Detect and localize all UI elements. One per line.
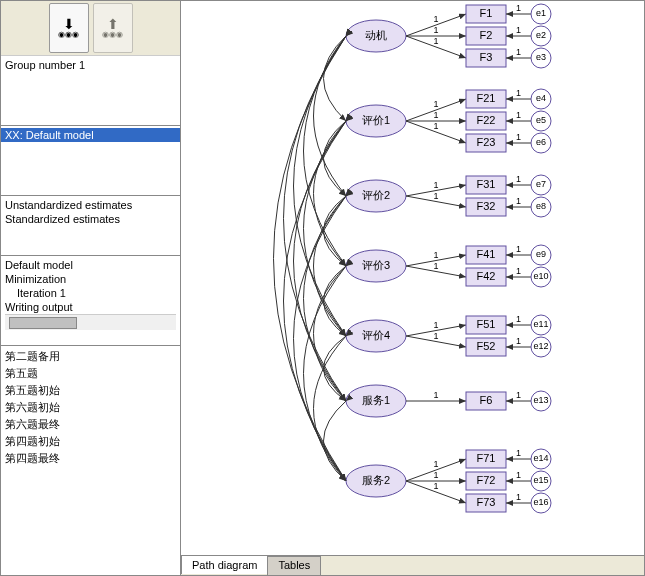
left-pane: ⬇◉◉◉ ⬆◉◉◉ Group number 1 XX: Default mod… bbox=[1, 1, 181, 575]
toolbar-icons: ⬇◉◉◉ ⬆◉◉◉ bbox=[1, 1, 180, 56]
output-line: Iteration 1 bbox=[5, 286, 176, 300]
coef-label: 1 bbox=[516, 336, 521, 346]
coef-label: 1 bbox=[433, 99, 438, 109]
covariance-curve[interactable] bbox=[324, 196, 347, 266]
output-panel: Default model Minimization Iteration 1 W… bbox=[1, 256, 180, 346]
error-label: e9 bbox=[536, 249, 546, 259]
coef-label: 1 bbox=[516, 47, 521, 57]
output-line: Minimization bbox=[5, 272, 176, 286]
standardized-option[interactable]: Standardized estimates bbox=[5, 212, 176, 226]
file-item[interactable]: 第二题备用 bbox=[5, 348, 176, 365]
coef-label: 1 bbox=[516, 448, 521, 458]
error-label: e15 bbox=[533, 475, 548, 485]
covariance-curve[interactable] bbox=[324, 36, 347, 121]
error-label: e7 bbox=[536, 179, 546, 189]
file-item[interactable]: 第四题最终 bbox=[5, 450, 176, 467]
file-item[interactable]: 第四题初始 bbox=[5, 433, 176, 450]
tab-path-diagram[interactable]: Path diagram bbox=[181, 555, 268, 574]
coef-label: 1 bbox=[516, 110, 521, 120]
latent-label: 服务2 bbox=[362, 474, 390, 486]
right-pane: 动机1F11e11F21e21F31e3评价11F211e41F221e51F2… bbox=[181, 1, 644, 575]
observed-label: F71 bbox=[477, 452, 496, 464]
coef-label: 1 bbox=[433, 261, 438, 271]
file-item[interactable]: 第五题初始 bbox=[5, 382, 176, 399]
covariance-curve[interactable] bbox=[314, 121, 347, 266]
latent-label: 动机 bbox=[365, 29, 387, 41]
covariance-curve[interactable] bbox=[324, 401, 347, 481]
output-line: Writing output bbox=[5, 300, 176, 314]
coef-label: 1 bbox=[433, 320, 438, 330]
group-panel[interactable]: Group number 1 bbox=[1, 56, 180, 126]
observed-label: F52 bbox=[477, 340, 496, 352]
latent-label: 评价4 bbox=[362, 329, 390, 341]
covariance-curve[interactable] bbox=[294, 196, 347, 481]
covariance-curve[interactable] bbox=[314, 196, 347, 336]
path-diagram-canvas[interactable]: 动机1F11e11F21e21F31e3评价11F211e41F221e51F2… bbox=[181, 1, 644, 555]
covariance-curve[interactable] bbox=[324, 336, 347, 401]
error-label: e8 bbox=[536, 201, 546, 211]
input-path-diagram-button[interactable]: ⬇◉◉◉ bbox=[49, 3, 89, 53]
covariance-curve[interactable] bbox=[324, 121, 347, 196]
observed-label: F21 bbox=[477, 92, 496, 104]
coef-label: 1 bbox=[433, 470, 438, 480]
coef-label: 1 bbox=[433, 25, 438, 35]
observed-label: F51 bbox=[477, 318, 496, 330]
bottom-tabs: Path diagram Tables bbox=[181, 555, 644, 575]
latent-label: 评价1 bbox=[362, 114, 390, 126]
coef-label: 1 bbox=[433, 191, 438, 201]
observed-label: F1 bbox=[480, 7, 493, 19]
tab-tables[interactable]: Tables bbox=[267, 556, 321, 575]
file-item[interactable]: 第五题 bbox=[5, 365, 176, 382]
observed-label: F31 bbox=[477, 178, 496, 190]
coef-label: 1 bbox=[516, 88, 521, 98]
coef-label: 1 bbox=[516, 3, 521, 13]
covariance-curve[interactable] bbox=[324, 266, 347, 336]
output-path-diagram-button[interactable]: ⬆◉◉◉ bbox=[93, 3, 133, 53]
error-label: e4 bbox=[536, 93, 546, 103]
latent-label: 服务1 bbox=[362, 394, 390, 406]
error-label: e11 bbox=[533, 319, 548, 329]
coef-label: 1 bbox=[516, 25, 521, 35]
observed-label: F72 bbox=[477, 474, 496, 486]
unstandardized-option[interactable]: Unstandardized estimates bbox=[5, 198, 176, 212]
coef-label: 1 bbox=[516, 390, 521, 400]
coef-label: 1 bbox=[433, 481, 438, 491]
output-line: Default model bbox=[5, 258, 176, 272]
error-label: e14 bbox=[533, 453, 548, 463]
file-item[interactable]: 第六题初始 bbox=[5, 399, 176, 416]
coef-label: 1 bbox=[433, 331, 438, 341]
observed-label: F22 bbox=[477, 114, 496, 126]
observed-label: F6 bbox=[480, 394, 493, 406]
error-label: e2 bbox=[536, 30, 546, 40]
error-label: e1 bbox=[536, 8, 546, 18]
coef-label: 1 bbox=[433, 121, 438, 131]
coef-label: 1 bbox=[516, 196, 521, 206]
coef-label: 1 bbox=[433, 390, 438, 400]
error-label: e10 bbox=[533, 271, 548, 281]
group-item[interactable]: Group number 1 bbox=[5, 58, 176, 72]
error-label: e16 bbox=[533, 497, 548, 507]
coef-label: 1 bbox=[433, 180, 438, 190]
observed-label: F23 bbox=[477, 136, 496, 148]
coef-label: 1 bbox=[433, 110, 438, 120]
coef-label: 1 bbox=[516, 314, 521, 324]
estimates-panel[interactable]: Unstandardized estimates Standardized es… bbox=[1, 196, 180, 256]
model-panel[interactable]: XX: Default model bbox=[1, 126, 180, 196]
coef-label: 1 bbox=[433, 459, 438, 469]
observed-label: F2 bbox=[480, 29, 493, 41]
files-panel[interactable]: 第二题备用 第五题 第五题初始 第六题初始 第六题最终 第四题初始 第四题最终 bbox=[1, 346, 180, 575]
file-item[interactable]: 第六题最终 bbox=[5, 416, 176, 433]
coef-label: 1 bbox=[516, 470, 521, 480]
coef-label: 1 bbox=[516, 132, 521, 142]
coef-label: 1 bbox=[516, 492, 521, 502]
horizontal-scrollbar[interactable] bbox=[5, 314, 176, 330]
latent-label: 评价2 bbox=[362, 189, 390, 201]
observed-label: F3 bbox=[480, 51, 493, 63]
coef-label: 1 bbox=[516, 174, 521, 184]
app-root: ⬇◉◉◉ ⬆◉◉◉ Group number 1 XX: Default mod… bbox=[0, 0, 645, 576]
coef-label: 1 bbox=[433, 250, 438, 260]
coef-label: 1 bbox=[516, 244, 521, 254]
model-item[interactable]: XX: Default model bbox=[1, 128, 180, 142]
sem-diagram: 动机1F11e11F21e21F31e3评价11F211e41F221e51F2… bbox=[181, 1, 644, 555]
observed-label: F41 bbox=[477, 248, 496, 260]
